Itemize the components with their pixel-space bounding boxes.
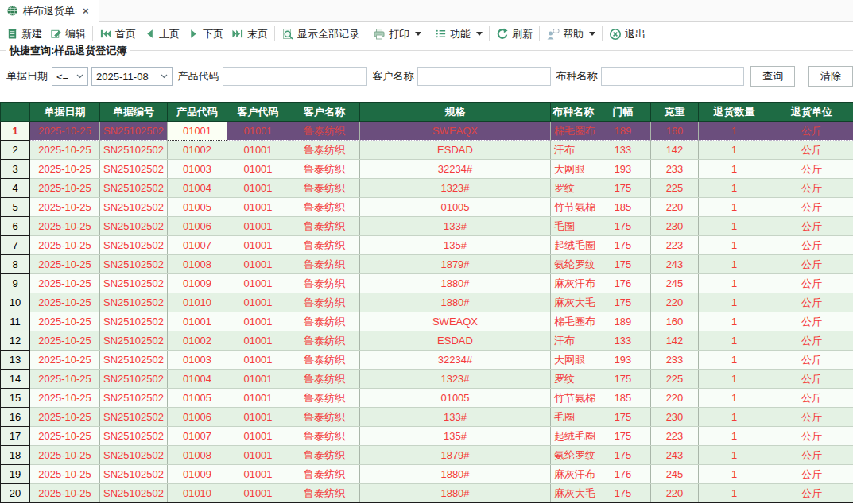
table-cell[interactable]: 01001 xyxy=(227,141,289,160)
table-cell[interactable]: SN25102502 xyxy=(100,312,168,331)
table-cell[interactable]: 01009 xyxy=(168,465,227,484)
table-cell[interactable]: 2025-10-25 xyxy=(30,236,100,255)
table-cell[interactable]: 1 xyxy=(699,274,770,293)
table-cell[interactable]: ESDAD xyxy=(360,141,551,160)
table-cell[interactable]: 1 xyxy=(699,160,770,179)
table-cell[interactable]: 1 xyxy=(699,465,770,484)
table-cell[interactable]: 01010 xyxy=(168,293,227,312)
table-cell[interactable]: 1 xyxy=(699,198,770,217)
table-cell[interactable]: 2025-10-25 xyxy=(30,141,100,160)
table-cell[interactable]: 32234# xyxy=(360,160,551,179)
table-cell[interactable]: 175 xyxy=(595,179,651,198)
table-cell[interactable]: 竹节氨棉 xyxy=(551,198,595,217)
next-page-button[interactable]: 下页 xyxy=(184,25,227,43)
table-cell[interactable]: 1 xyxy=(699,236,770,255)
show-all-records-button[interactable]: 显示全部记录 xyxy=(277,25,363,43)
table-cell[interactable]: 鲁泰纺织 xyxy=(289,484,360,503)
table-cell[interactable]: 公斤 xyxy=(770,389,853,408)
table-cell[interactable]: 225 xyxy=(651,179,699,198)
table-cell[interactable]: 142 xyxy=(651,331,699,351)
table-cell[interactable]: 185 xyxy=(595,198,651,217)
clear-button[interactable]: 清除 xyxy=(808,66,853,87)
row-number-cell[interactable]: 8 xyxy=(1,255,30,274)
table-cell[interactable]: 176 xyxy=(595,274,651,293)
prev-page-button[interactable]: 上页 xyxy=(140,25,184,43)
table-cell[interactable]: 2025-10-25 xyxy=(30,331,100,351)
table-cell[interactable]: 麻灰汗布 xyxy=(551,465,595,484)
table-cell[interactable]: 01005 xyxy=(168,389,227,408)
table-cell[interactable]: 公斤 xyxy=(770,484,853,503)
table-cell[interactable]: 220 xyxy=(651,293,699,312)
table-cell[interactable]: 1 xyxy=(699,408,770,427)
table-row[interactable]: 32025-10-25SN251025020100301001鲁泰纺织32234… xyxy=(1,160,853,179)
table-cell[interactable]: 2025-10-25 xyxy=(30,465,100,484)
table-cell[interactable]: 公斤 xyxy=(770,293,853,312)
table-row[interactable]: 92025-10-25SN251025020100901001鲁泰纺织1880#… xyxy=(1,274,853,293)
date-value-select[interactable]: 2025-11-08 xyxy=(91,67,173,86)
table-cell[interactable]: 1 xyxy=(699,427,770,446)
table-cell[interactable]: SN25102502 xyxy=(100,389,168,408)
table-cell[interactable]: 01006 xyxy=(168,408,227,427)
table-cell[interactable]: 鲁泰纺织 xyxy=(289,255,360,274)
table-cell[interactable]: 2025-10-25 xyxy=(30,293,100,312)
table-cell[interactable]: 1 xyxy=(699,312,770,331)
table-cell[interactable]: 01004 xyxy=(168,179,227,198)
table-cell[interactable]: 鲁泰纺织 xyxy=(289,122,360,141)
table-cell[interactable]: 公斤 xyxy=(770,312,853,331)
table-cell[interactable]: 起绒毛圈 xyxy=(551,427,595,446)
table-cell[interactable]: 223 xyxy=(651,427,699,446)
table-cell[interactable]: 鲁泰纺织 xyxy=(289,351,360,370)
row-number-cell[interactable]: 16 xyxy=(1,408,30,427)
table-cell[interactable]: 2025-10-25 xyxy=(30,255,100,274)
table-cell[interactable]: SN25102502 xyxy=(100,160,168,179)
table-cell[interactable]: 160 xyxy=(651,312,699,331)
search-button[interactable]: 查询 xyxy=(750,66,795,87)
table-cell[interactable]: SN25102502 xyxy=(100,141,168,160)
table-cell[interactable]: 175 xyxy=(595,446,651,465)
table-cell[interactable]: 鲁泰纺织 xyxy=(289,236,360,255)
table-cell[interactable]: SN25102502 xyxy=(100,427,168,446)
table-cell[interactable]: 鲁泰纺织 xyxy=(289,408,360,427)
table-row[interactable]: 192025-10-25SN251025020100901001鲁泰纺织1880… xyxy=(1,465,853,484)
table-cell[interactable]: 汗布 xyxy=(551,331,595,351)
tab-sample-return[interactable]: 样布退货单 × xyxy=(0,0,99,22)
table-cell[interactable]: 鲁泰纺织 xyxy=(289,446,360,465)
table-cell[interactable]: 142 xyxy=(651,141,699,160)
table-cell[interactable]: 220 xyxy=(651,198,699,217)
functions-button[interactable]: 功能 xyxy=(431,25,487,43)
table-cell[interactable]: 罗纹 xyxy=(551,179,595,198)
table-cell[interactable]: SWEAQX xyxy=(360,122,551,141)
table-cell[interactable]: 公斤 xyxy=(770,351,853,370)
table-cell[interactable]: SN25102502 xyxy=(100,446,168,465)
table-cell[interactable]: 01001 xyxy=(227,389,289,408)
table-cell[interactable]: 189 xyxy=(595,312,651,331)
table-row[interactable]: 82025-10-25SN251025020100801001鲁泰纺织1879#… xyxy=(1,255,853,274)
table-cell[interactable]: SN25102502 xyxy=(100,236,168,255)
table-cell[interactable]: 麻灰大毛 xyxy=(551,484,595,503)
table-cell[interactable]: 223 xyxy=(651,236,699,255)
table-cell[interactable]: 1880# xyxy=(360,465,551,484)
table-cell[interactable]: 175 xyxy=(595,427,651,446)
table-cell[interactable]: 133# xyxy=(360,217,551,236)
table-cell[interactable]: 2025-10-25 xyxy=(30,179,100,198)
table-cell[interactable]: 01003 xyxy=(168,351,227,370)
table-cell[interactable]: 01001 xyxy=(227,351,289,370)
table-cell[interactable]: SWEAQX xyxy=(360,312,551,331)
exit-button[interactable]: 退出 xyxy=(605,25,649,43)
table-cell[interactable]: 棉毛圈布 xyxy=(551,122,595,141)
table-cell[interactable]: 公斤 xyxy=(770,255,853,274)
table-cell[interactable]: 2025-10-25 xyxy=(30,217,100,236)
table-cell[interactable]: 01002 xyxy=(168,141,227,160)
table-cell[interactable]: 225 xyxy=(651,370,699,389)
row-number-cell[interactable]: 17 xyxy=(1,427,30,446)
table-cell[interactable]: 176 xyxy=(595,465,651,484)
table-cell[interactable]: 公斤 xyxy=(770,141,853,160)
table-cell[interactable]: 1879# xyxy=(360,446,551,465)
table-cell[interactable]: 公斤 xyxy=(770,217,853,236)
column-header[interactable]: 单据编号 xyxy=(100,103,168,122)
table-cell[interactable]: 245 xyxy=(651,465,699,484)
table-cell[interactable]: 01001 xyxy=(227,122,289,141)
row-number-cell[interactable]: 4 xyxy=(1,179,30,198)
table-cell[interactable]: 1880# xyxy=(360,274,551,293)
table-cell[interactable]: 2025-10-25 xyxy=(30,389,100,408)
